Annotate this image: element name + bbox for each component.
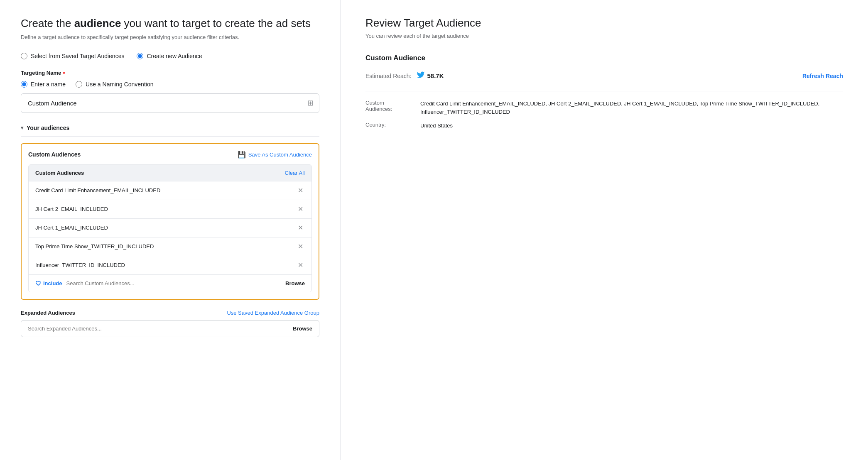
radio-saved-audiences[interactable]: Select from Saved Target Audiences xyxy=(21,53,124,59)
estimated-reach-label: Estimated Reach: xyxy=(365,73,412,79)
radio-naming-convention-label: Use a Naming Convention xyxy=(86,81,153,88)
your-audiences-header[interactable]: ▾ Your audiences xyxy=(21,125,319,131)
radio-create-new-label: Create new Audience xyxy=(147,53,202,59)
save-custom-audience-button[interactable]: 💾 Save As Custom Audience xyxy=(238,151,312,159)
chevron-down-icon: ▾ xyxy=(21,125,23,131)
review-audience-title: Custom Audience xyxy=(365,54,843,62)
custom-audiences-box-title: Custom Audiences xyxy=(28,151,81,158)
page-subtitle: Define a target audience to specifically… xyxy=(21,34,319,40)
table-icon: ⊞ xyxy=(307,98,314,108)
targeting-name-section: Targeting Name • xyxy=(21,69,319,77)
remove-item-button[interactable]: ✕ xyxy=(296,242,305,251)
reach-value-group: 58.7K xyxy=(417,71,444,81)
include-label: Include xyxy=(43,280,62,286)
expanded-audiences-header-row: Expanded Audiences Use Saved Expanded Au… xyxy=(21,310,319,316)
audience-item-name: Credit Card Limit Enhancement_EMAIL_INCL… xyxy=(35,187,160,193)
title-part2: you want to target to create the ad sets xyxy=(121,17,311,29)
country-detail-label: Country: xyxy=(365,122,415,130)
audience-type-radio-group: Select from Saved Target Audiences Creat… xyxy=(21,53,319,59)
targeting-name-label-text: Targeting Name xyxy=(21,70,61,76)
remove-item-button[interactable]: ✕ xyxy=(296,205,305,213)
expanded-browse-button[interactable]: Browse xyxy=(293,325,312,332)
expanded-audiences-section: Expanded Audiences Use Saved Expanded Au… xyxy=(21,310,319,337)
remove-item-button[interactable]: ✕ xyxy=(296,186,305,195)
include-search-row: 🛡 Include Browse xyxy=(29,275,311,292)
audience-items-header: Custom Audiences Clear All xyxy=(29,165,311,181)
left-panel: Create the audience you want to target t… xyxy=(0,0,341,460)
browse-button[interactable]: Browse xyxy=(285,280,305,286)
audience-items-section: Custom Audiences Clear All Credit Card L… xyxy=(28,164,312,292)
review-subtitle: You can review each of the target audien… xyxy=(365,33,843,39)
estimated-reach-row: Estimated Reach: 58.7K Refresh Reach xyxy=(365,71,843,81)
radio-naming-convention-input[interactable] xyxy=(76,81,82,88)
review-title: Review Target Audience xyxy=(365,17,843,29)
custom-audiences-header-row: Custom Audiences 💾 Save As Custom Audien… xyxy=(28,151,312,159)
radio-enter-name-input[interactable] xyxy=(21,81,27,88)
list-item: Top Prime Time Show_TWITTER_ID_INCLUDED … xyxy=(29,237,311,256)
save-icon: 💾 xyxy=(238,151,246,159)
page-title: Create the audience you want to target t… xyxy=(21,17,319,31)
shield-icon: 🛡 xyxy=(35,280,41,287)
list-item: Credit Card Limit Enhancement_EMAIL_INCL… xyxy=(29,181,311,200)
radio-naming-convention[interactable]: Use a Naming Convention xyxy=(76,81,153,88)
radio-saved-input[interactable] xyxy=(21,53,27,59)
list-item: JH Cert 2_EMAIL_INCLUDED ✕ xyxy=(29,200,311,219)
include-badge: 🛡 Include xyxy=(35,280,62,287)
radio-create-new-input[interactable] xyxy=(137,53,143,59)
required-indicator: • xyxy=(63,69,65,77)
audience-details-grid: CustomAudiences: Credit Card Limit Enhan… xyxy=(365,100,843,130)
remove-item-button[interactable]: ✕ xyxy=(296,261,305,269)
naming-radio-group: Enter a name Use a Naming Convention xyxy=(21,81,319,88)
audience-item-name: Top Prime Time Show_TWITTER_ID_INCLUDED xyxy=(35,243,154,250)
list-item: Influencer_TWITTER_ID_INCLUDED ✕ xyxy=(29,256,311,275)
custom-audiences-container: Custom Audiences 💾 Save As Custom Audien… xyxy=(21,143,319,300)
save-custom-audience-label: Save As Custom Audience xyxy=(248,152,312,158)
country-detail-value: United States xyxy=(420,122,843,130)
twitter-icon xyxy=(417,71,425,81)
clear-all-button[interactable]: Clear All xyxy=(285,170,305,176)
use-saved-expanded-link[interactable]: Use Saved Expanded Audience Group xyxy=(227,310,319,316)
title-part1: Create the xyxy=(21,17,74,29)
title-bold: audience xyxy=(74,17,121,29)
right-panel: Review Target Audience You can review ea… xyxy=(341,0,868,460)
refresh-reach-button[interactable]: Refresh Reach xyxy=(802,73,843,79)
audience-item-name: JH Cert 1_EMAIL_INCLUDED xyxy=(35,225,108,231)
radio-saved-label: Select from Saved Target Audiences xyxy=(31,53,124,59)
audience-name-input[interactable] xyxy=(21,93,319,113)
custom-audiences-detail-label: CustomAudiences: xyxy=(365,100,415,116)
audience-name-input-wrapper: ⊞ xyxy=(21,93,319,113)
search-custom-audiences-input[interactable] xyxy=(66,280,282,286)
expanded-search-box: Browse xyxy=(21,320,319,337)
list-item: JH Cert 1_EMAIL_INCLUDED ✕ xyxy=(29,219,311,237)
audience-items-title: Custom Audiences xyxy=(35,170,84,176)
audience-item-name: JH Cert 2_EMAIL_INCLUDED xyxy=(35,206,108,212)
audience-item-name: Influencer_TWITTER_ID_INCLUDED xyxy=(35,262,125,268)
audiences-divider xyxy=(21,136,319,137)
radio-enter-name-label: Enter a name xyxy=(31,81,66,88)
reach-number: 58.7K xyxy=(427,72,444,79)
expanded-audiences-label: Expanded Audiences xyxy=(21,310,75,316)
radio-enter-name[interactable]: Enter a name xyxy=(21,81,66,88)
custom-audiences-detail-value: Credit Card Limit Enhancement_EMAIL_INCL… xyxy=(420,100,843,116)
radio-create-new[interactable]: Create new Audience xyxy=(137,53,202,59)
review-divider xyxy=(365,91,843,91)
remove-item-button[interactable]: ✕ xyxy=(296,224,305,232)
search-expanded-audiences-input[interactable] xyxy=(28,325,293,332)
your-audiences-label: Your audiences xyxy=(27,125,69,131)
